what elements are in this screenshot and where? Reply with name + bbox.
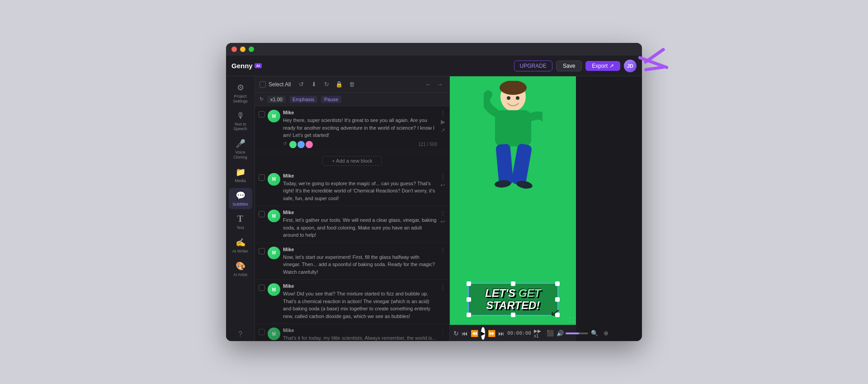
overlay-line1: LET'S (485, 287, 515, 299)
speed-icon: ↻ (259, 96, 264, 102)
loop-button[interactable]: ↻ (453, 328, 459, 338)
block-4-checkbox[interactable] (259, 248, 265, 254)
expand-icon[interactable]: ⛶ (569, 317, 574, 323)
text-overlay-box[interactable]: LET'S GET STARTED! (468, 283, 558, 316)
block-3-content: Mike First, let's gather our tools. We w… (283, 210, 437, 239)
zoom-in-icon[interactable]: ⊕ (604, 330, 609, 337)
refresh-icon[interactable]: ↻ (321, 80, 331, 89)
block-5-more-icon[interactable]: ⋮ (440, 283, 446, 290)
block-2-speaker: Mike (283, 173, 437, 178)
block-6-text[interactable]: That's it for today, my little scientist… (283, 334, 437, 341)
top-bar: Genny AI UPGRADE Save Export ↗ JD (226, 56, 642, 76)
next-frame-button[interactable]: ⏭ (498, 328, 505, 338)
script-toolbar: Select All ↺ ⬇ ↻ 🔒 🗑 ← → (255, 76, 449, 93)
play-button[interactable]: ▶ (481, 327, 485, 340)
block-2-more-icon[interactable]: ⋮ (440, 173, 446, 180)
block-2-text[interactable]: Today, we're going to explore the magic … (283, 180, 437, 202)
nav-back-icon[interactable]: ← (423, 80, 433, 89)
block-5-text[interactable]: Wow! Did you see that? The mixture start… (283, 290, 437, 320)
close-button[interactable] (231, 47, 237, 52)
sidebar-item-text-to-speech[interactable]: 🎙 Text to Speech (229, 108, 252, 135)
block-2-content: Mike Today, we're going to explore the m… (283, 173, 437, 202)
speed-forward-button[interactable]: ▶▶ x1 (534, 328, 541, 338)
block-6-speaker: Mike (283, 328, 437, 333)
block-6-more-icon[interactable]: ⋮ (440, 328, 446, 334)
help-button[interactable]: ? (229, 328, 252, 341)
select-all-checkbox[interactable] (259, 81, 266, 88)
sidebar-item-subtitles[interactable]: 💬 Subtitles (229, 188, 252, 210)
rewind-button[interactable]: ⏪ (471, 328, 478, 338)
download-icon[interactable]: ⬇ (309, 80, 319, 89)
block-1-share-icon[interactable]: ↗ (440, 127, 445, 134)
block-6-avatar: M (268, 328, 280, 340)
delete-icon[interactable]: 🗑 (347, 80, 357, 89)
save-button[interactable]: Save (556, 61, 582, 71)
avatar[interactable]: JD (624, 60, 637, 72)
maximize-button[interactable] (249, 47, 254, 52)
prev-frame-button[interactable]: ⏮ (462, 328, 468, 338)
volume-icon[interactable]: 🔊 (557, 330, 564, 337)
script-block-5: M Mike Wow! Did you see that? The mixtur… (255, 280, 449, 324)
upgrade-button[interactable]: UPGRADE (514, 61, 552, 71)
block-4-avatar: M (268, 247, 280, 259)
block-4-text[interactable]: Now, let's start our experiment! First, … (283, 253, 437, 276)
block-1-speaker: Mike (283, 110, 437, 115)
handle-tl[interactable] (467, 281, 471, 286)
undo-icon[interactable]: ↺ (296, 80, 306, 89)
sidebar-item-text[interactable]: T Text (229, 211, 252, 233)
handle-bl[interactable] (467, 313, 471, 317)
handle-tr[interactable] (555, 281, 560, 286)
block-1-text[interactable]: Hey there, super scientists! It's great … (283, 117, 437, 139)
add-block-button[interactable]: + Add a new block (322, 156, 382, 166)
block-1-more-icon[interactable]: ⋮ (440, 110, 446, 117)
block-3-reply-icon[interactable]: ↩ (440, 218, 445, 225)
block-3-speaker: Mike (283, 210, 437, 215)
voice-icon: 🎤 (236, 139, 245, 149)
block-1-play-icon[interactable]: ▶ (441, 118, 445, 125)
block-4-more-icon[interactable]: ⋮ (440, 247, 446, 253)
lock-icon[interactable]: 🔒 (334, 80, 344, 89)
block-3-avatar: M (268, 210, 280, 222)
block-6-content: Mike That's it for today, my little scie… (283, 328, 437, 341)
svg-point-8 (516, 96, 519, 100)
handle-bm[interactable] (511, 313, 515, 317)
svg-point-1 (500, 81, 527, 95)
block-1-avatar: M (268, 110, 280, 122)
zoom-out-icon[interactable]: 🔍 (591, 330, 598, 337)
text-icon: T (237, 214, 243, 224)
svg-point-7 (507, 96, 510, 100)
block-3-text[interactable]: First, let's gather our tools. We will n… (283, 216, 437, 239)
handle-ml[interactable] (467, 297, 471, 302)
screen-icon[interactable]: ⬛ (547, 330, 554, 337)
block-5-checkbox[interactable] (259, 285, 265, 291)
script-options-bar: ↻ x1.00 Emphasis Pause (255, 93, 449, 106)
block-6-checkbox[interactable] (259, 329, 265, 335)
transport-bar: ↻ ⏮ ⏪ ▶ ⏩ ⏭ 00:00:00 ▶▶ x1 ⬛ 🔊 (450, 325, 576, 341)
handle-mr[interactable] (555, 297, 560, 302)
sidebar-item-ai-artist[interactable]: 🎨 AI Artist (229, 258, 252, 280)
sidebar-item-ai-writer[interactable]: ✍ AI Writer (229, 235, 252, 257)
title-bar (226, 43, 642, 56)
script-block-2: M Mike Today, we're going to explore the… (255, 169, 449, 206)
block-1-checkbox[interactable] (259, 111, 265, 117)
overlay-highlight: GET (519, 287, 541, 299)
block-2-checkbox[interactable] (259, 174, 265, 181)
block-2-reply-icon[interactable]: ↩ (440, 182, 445, 188)
emphasis-tag[interactable]: Emphasis (289, 96, 317, 103)
sidebar-item-media[interactable]: 📁 Media (229, 164, 252, 186)
sidebar-item-voice-cloning[interactable]: 🎤 Voice Cloning (229, 136, 252, 163)
handle-tm[interactable] (511, 281, 515, 286)
nav-forward-icon[interactable]: → (435, 80, 445, 89)
pause-tag[interactable]: Pause (321, 96, 341, 103)
script-block-1: M Mike Hey there, super scientists! It's… (255, 106, 449, 152)
export-button[interactable]: Export ↗ (585, 61, 620, 71)
sidebar-item-project-settings[interactable]: ⚙ Project Settings (229, 80, 252, 107)
gear-icon: ⚙ (237, 83, 244, 93)
block-3-more-icon[interactable]: ⋮ (440, 210, 446, 216)
block-1-char-count: 121 / 500 (418, 142, 437, 147)
minimize-button[interactable] (240, 47, 245, 52)
block-3-checkbox[interactable] (259, 211, 265, 217)
volume-slider[interactable] (566, 332, 588, 334)
speed-selector[interactable]: x1.00 (267, 96, 286, 103)
fast-forward-button[interactable]: ⏩ (488, 328, 495, 338)
